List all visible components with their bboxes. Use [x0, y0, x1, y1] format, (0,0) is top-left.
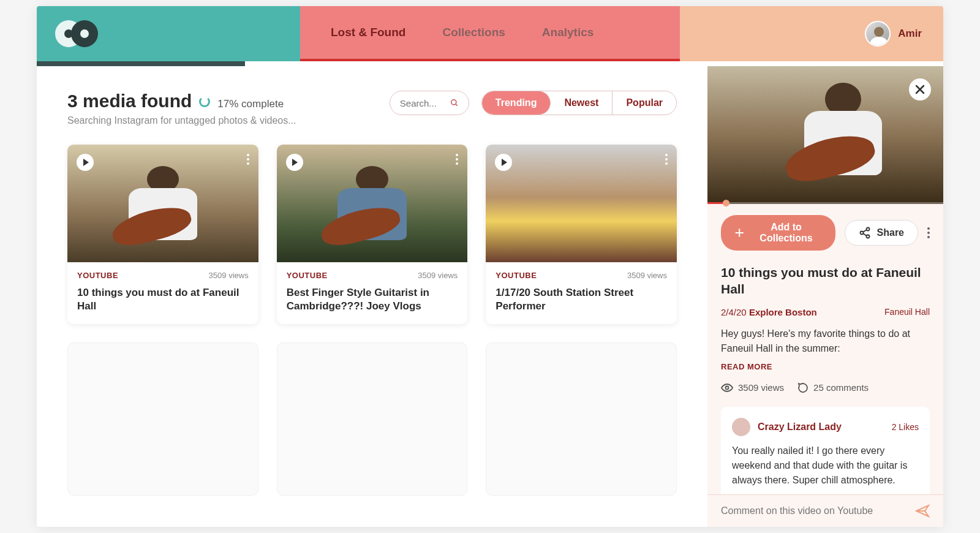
card-views-label: 3509 views [209, 271, 249, 280]
header: Lost & Found Collections Analytics Amir [37, 6, 943, 61]
logo-section [37, 6, 300, 61]
card-platform-label: YOUTUBE [77, 271, 118, 280]
detail-more-icon[interactable] [927, 227, 930, 238]
media-card-placeholder [277, 342, 468, 496]
nav-tabs: Lost & Found Collections Analytics [300, 6, 680, 61]
comment-input-row [707, 494, 943, 527]
card-more-icon[interactable] [247, 154, 249, 165]
detail-channel[interactable]: Explore Boston [749, 307, 817, 317]
card-more-icon[interactable] [665, 154, 668, 165]
video-progress-track[interactable] [707, 202, 943, 204]
search-icon [450, 96, 459, 110]
main-panel: 3 media found 17% complete Searching Ins… [37, 66, 707, 527]
play-icon[interactable] [495, 154, 512, 171]
media-card[interactable]: YOUTUBE 3509 views 1/17/20 South Station… [486, 145, 677, 324]
read-more-link[interactable]: READ MORE [721, 362, 930, 371]
commenter-name[interactable]: Crazy Lizard Lady [758, 421, 884, 433]
media-card-placeholder [67, 342, 258, 496]
commenter-avatar[interactable] [732, 418, 750, 436]
detail-panel: Add to Collections Share 10 things you m… [707, 66, 943, 527]
views-stat: 3509 views [721, 382, 784, 393]
send-icon[interactable] [915, 504, 930, 518]
media-grid: YOUTUBE 3509 views 10 things you must do… [67, 145, 677, 496]
close-icon[interactable] [909, 78, 931, 100]
app-window: Lost & Found Collections Analytics Amir … [37, 6, 943, 527]
card-thumbnail [67, 145, 258, 262]
share-icon [859, 227, 871, 239]
nav-analytics[interactable]: Analytics [524, 26, 612, 39]
card-title: 10 things you must do at Faneuil Hall [77, 286, 249, 313]
comment-card: Crazy Lizard Lady 2 Likes You really nai… [721, 407, 930, 494]
detail-location[interactable]: Faneuil Hall [884, 307, 930, 317]
play-icon[interactable] [286, 154, 303, 171]
comment-icon [797, 382, 809, 393]
add-button-label: Add to Collections [750, 222, 821, 244]
filter-newest[interactable]: Newest [551, 91, 612, 115]
comment-input[interactable] [721, 505, 908, 516]
eye-icon [721, 384, 733, 392]
views-count: 3509 views [738, 382, 784, 393]
svg-line-10 [863, 233, 867, 236]
comments-stat: 25 comments [797, 382, 869, 393]
user-avatar[interactable] [865, 21, 891, 47]
detail-title: 10 things you must do at Faneuil Hall [721, 264, 930, 298]
user-section: Amir [680, 6, 943, 61]
add-to-collections-button[interactable]: Add to Collections [721, 215, 835, 251]
share-button[interactable]: Share [845, 220, 918, 246]
card-thumbnail [277, 145, 468, 262]
logo-icon[interactable] [55, 20, 98, 47]
scan-status-text: Searching Instagram for untagged photos … [67, 115, 296, 126]
title-row: 3 media found 17% complete Searching Ins… [67, 91, 677, 126]
filter-popular[interactable]: Popular [612, 91, 676, 115]
card-views-label: 3509 views [627, 271, 667, 280]
media-card-placeholder [486, 342, 677, 496]
card-thumbnail [486, 145, 677, 262]
content-area: 3 media found 17% complete Searching Ins… [37, 66, 943, 527]
detail-description: Hey guys! Here's my favorite things to d… [721, 327, 930, 356]
video-progress-handle[interactable] [723, 200, 729, 206]
comments-count: 25 comments [813, 382, 869, 393]
svg-line-9 [863, 230, 867, 232]
detail-body: Add to Collections Share 10 things you m… [707, 204, 943, 494]
percent-complete-label: 17% complete [217, 98, 284, 110]
card-platform-label: YOUTUBE [287, 271, 328, 280]
detail-date: 2/4/20 [721, 307, 747, 317]
loading-spinner-icon [199, 96, 210, 107]
nav-collections[interactable]: Collections [424, 26, 523, 39]
card-views-label: 3509 views [418, 271, 458, 280]
share-button-label: Share [877, 227, 904, 238]
comment-text: You really nailed it! I go there every w… [732, 444, 919, 488]
nav-lost-found[interactable]: Lost & Found [312, 26, 424, 39]
scan-progress-bar [37, 61, 245, 66]
comment-likes: 2 Likes [892, 422, 919, 432]
card-more-icon[interactable] [456, 154, 458, 165]
filter-tabs: Trending Newest Popular [481, 91, 677, 115]
card-title: Best Finger Style Guitarist in Cambridge… [287, 286, 458, 313]
username-label: Amir [898, 28, 922, 40]
filter-trending[interactable]: Trending [482, 91, 551, 115]
card-title: 1/17/20 South Station Street Performer [496, 286, 667, 313]
media-card[interactable]: YOUTUBE 3509 views 10 things you must do… [67, 145, 258, 324]
svg-point-0 [451, 100, 456, 105]
play-icon[interactable] [77, 154, 94, 171]
svg-line-1 [456, 104, 458, 106]
video-progress-fill [707, 202, 726, 204]
search-input[interactable] [400, 98, 444, 108]
plus-icon [734, 227, 744, 239]
search-box[interactable] [390, 91, 469, 115]
svg-point-11 [726, 386, 729, 389]
detail-hero-image[interactable] [707, 66, 943, 204]
media-card[interactable]: YOUTUBE 3509 views Best Finger Style Gui… [277, 145, 468, 324]
results-count-title: 3 media found [67, 91, 192, 112]
card-platform-label: YOUTUBE [496, 271, 537, 280]
